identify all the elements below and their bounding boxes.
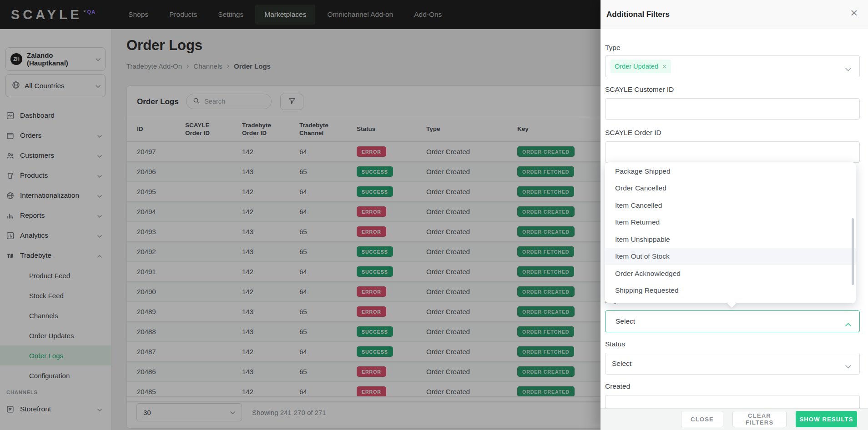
panel-footer: CLOSE CLEAR FILTERS SHOW RESULTS bbox=[601, 408, 868, 430]
panel-title: Additional Filters bbox=[606, 10, 670, 19]
dropdown-option[interactable]: Item Out of Stock bbox=[605, 248, 856, 265]
order-id-input[interactable] bbox=[612, 142, 847, 163]
status-select[interactable]: Select bbox=[605, 353, 860, 375]
panel-header: Additional Filters ✕ bbox=[601, 0, 868, 29]
type-chip-label: Order Updated bbox=[615, 63, 658, 70]
dropdown-option[interactable]: Order Cancelled bbox=[605, 180, 856, 197]
key-select[interactable]: Select bbox=[605, 310, 860, 332]
type-select[interactable]: Order Updated ✕ bbox=[605, 55, 860, 77]
chevron-down-icon bbox=[845, 362, 851, 370]
close-button[interactable]: CLOSE bbox=[681, 411, 723, 427]
close-icon[interactable]: ✕ bbox=[850, 8, 858, 18]
customer-id-field[interactable] bbox=[605, 98, 860, 120]
dropdown-option[interactable]: Item Returned bbox=[605, 214, 856, 231]
show-results-button[interactable]: SHOW RESULTS bbox=[796, 411, 857, 427]
key-select-placeholder: Select bbox=[616, 317, 635, 325]
key-dropdown-options: Package Shipped Order Cancelled Item Can… bbox=[605, 163, 856, 299]
customer-id-input[interactable] bbox=[612, 99, 847, 120]
dropdown-scrollbar[interactable] bbox=[852, 218, 854, 285]
dropdown-option[interactable]: Item Unshippable bbox=[605, 231, 856, 248]
clear-filters-button[interactable]: CLEAR FILTERS bbox=[732, 411, 787, 427]
status-label: Status bbox=[605, 340, 625, 348]
chevron-down-icon bbox=[845, 65, 851, 73]
additional-filters-panel: Additional Filters ✕ Type Order Updated … bbox=[601, 0, 868, 430]
dropdown-option[interactable]: Order Acknowledged bbox=[605, 265, 856, 282]
chevron-up-icon bbox=[845, 320, 851, 328]
type-chip: Order Updated ✕ bbox=[611, 60, 671, 73]
app-root: SCAYLE ° QA Shops Products Settings Mark… bbox=[0, 0, 868, 430]
order-id-field[interactable] bbox=[605, 141, 860, 163]
type-label: Type bbox=[605, 44, 621, 52]
created-label: Created bbox=[605, 382, 630, 390]
status-select-placeholder: Select bbox=[612, 360, 631, 368]
order-id-label: SCAYLE Order ID bbox=[605, 129, 661, 137]
key-dropdown-popup: Package Shipped Order Cancelled Item Can… bbox=[605, 162, 856, 303]
chip-remove-icon[interactable]: ✕ bbox=[662, 63, 667, 70]
customer-id-label: SCAYLE Customer ID bbox=[605, 85, 674, 94]
dropdown-option[interactable]: Item Cancelled bbox=[605, 197, 856, 214]
dropdown-option[interactable]: Shipping Requested bbox=[605, 282, 856, 300]
dropdown-option[interactable]: Package Shipped bbox=[605, 163, 856, 180]
